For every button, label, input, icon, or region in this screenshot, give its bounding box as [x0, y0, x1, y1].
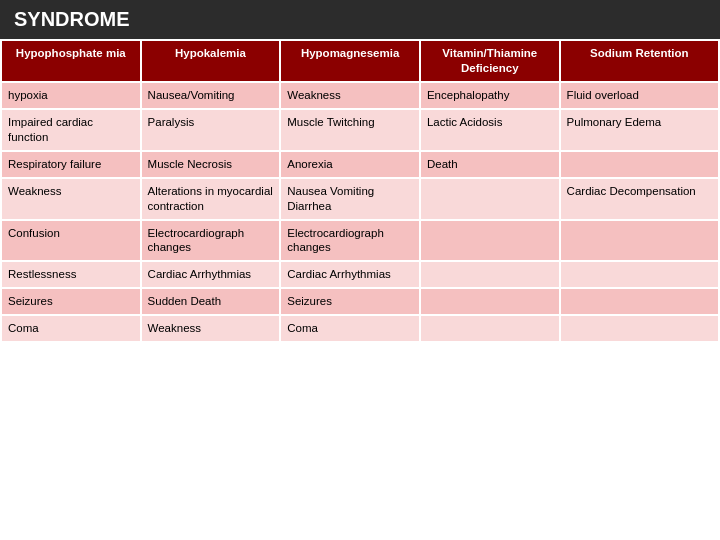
table-cell: Fluid overload — [560, 82, 719, 109]
table-cell: Anorexia — [280, 151, 420, 178]
table-cell: Pulmonary Edema — [560, 109, 719, 151]
page-title: SYNDROME — [0, 0, 720, 39]
table-cell — [560, 315, 719, 342]
table-cell: hypoxia — [1, 82, 141, 109]
table-cell: Cardiac Arrhythmias — [141, 261, 281, 288]
table-cell: Impaired cardiac function — [1, 109, 141, 151]
table-cell: Restlessness — [1, 261, 141, 288]
table-cell — [420, 261, 560, 288]
table-cell: Weakness — [1, 178, 141, 220]
table-cell — [560, 220, 719, 262]
table-cell — [420, 178, 560, 220]
header-hypophosphate: Hypophosphate mia — [1, 40, 141, 82]
table-cell: Encephalopathy — [420, 82, 560, 109]
table-cell — [420, 220, 560, 262]
table-cell: Sudden Death — [141, 288, 281, 315]
table-cell — [420, 315, 560, 342]
table-cell: Coma — [280, 315, 420, 342]
table-row: Respiratory failureMuscle NecrosisAnorex… — [1, 151, 719, 178]
table-row: WeaknessAlterations in myocardial contra… — [1, 178, 719, 220]
table-cell — [560, 151, 719, 178]
table-cell — [560, 288, 719, 315]
table-cell: Cardiac Arrhythmias — [280, 261, 420, 288]
table-cell: Weakness — [141, 315, 281, 342]
table-cell: Alterations in myocardial contraction — [141, 178, 281, 220]
header-hypokalemia: Hypokalemia — [141, 40, 281, 82]
table-cell: Seizures — [1, 288, 141, 315]
table-cell: Weakness — [280, 82, 420, 109]
table-cell: Electrocardiograph changes — [141, 220, 281, 262]
table-cell: Muscle Twitching — [280, 109, 420, 151]
table-cell: Seizures — [280, 288, 420, 315]
table-cell: Cardiac Decompensation — [560, 178, 719, 220]
table-cell: Death — [420, 151, 560, 178]
table-cell: Coma — [1, 315, 141, 342]
table-row: ConfusionElectrocardiograph changesElect… — [1, 220, 719, 262]
table-cell: Muscle Necrosis — [141, 151, 281, 178]
table-cell: Respiratory failure — [1, 151, 141, 178]
table-row: Impaired cardiac functionParalysisMuscle… — [1, 109, 719, 151]
table-cell: Paralysis — [141, 109, 281, 151]
table-row: hypoxiaNausea/VomitingWeaknessEncephalop… — [1, 82, 719, 109]
header-hypomagnesemia: Hypomagnesemia — [280, 40, 420, 82]
table-cell: Electrocardiograph changes — [280, 220, 420, 262]
table-row: SeizuresSudden DeathSeizures — [1, 288, 719, 315]
header-sodium: Sodium Retention — [560, 40, 719, 82]
table-cell: Confusion — [1, 220, 141, 262]
table-cell — [420, 288, 560, 315]
table-row: ComaWeaknessComa — [1, 315, 719, 342]
table-cell: Nausea/Vomiting — [141, 82, 281, 109]
table-row: RestlessnessCardiac ArrhythmiasCardiac A… — [1, 261, 719, 288]
table-cell: Lactic Acidosis — [420, 109, 560, 151]
table-cell: Nausea Vomiting Diarrhea — [280, 178, 420, 220]
header-vitamin: Vitamin/Thiamine Deficiency — [420, 40, 560, 82]
table-cell — [560, 261, 719, 288]
